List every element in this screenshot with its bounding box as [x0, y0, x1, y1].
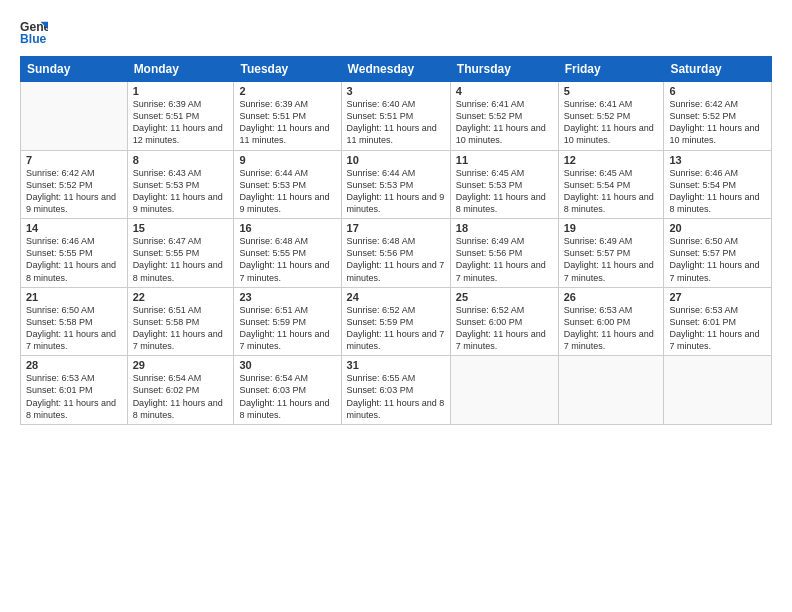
calendar-cell: 15Sunrise: 6:47 AMSunset: 5:55 PMDayligh…	[127, 219, 234, 288]
calendar-cell: 24Sunrise: 6:52 AMSunset: 5:59 PMDayligh…	[341, 287, 450, 356]
calendar-cell: 25Sunrise: 6:52 AMSunset: 6:00 PMDayligh…	[450, 287, 558, 356]
day-info: Sunrise: 6:47 AMSunset: 5:55 PMDaylight:…	[133, 235, 229, 284]
svg-text:Blue: Blue	[20, 32, 47, 46]
calendar-week-row: 7Sunrise: 6:42 AMSunset: 5:52 PMDaylight…	[21, 150, 772, 219]
day-info: Sunrise: 6:40 AMSunset: 5:51 PMDaylight:…	[347, 98, 445, 147]
calendar-cell: 6Sunrise: 6:42 AMSunset: 5:52 PMDaylight…	[664, 82, 772, 151]
day-info: Sunrise: 6:48 AMSunset: 5:56 PMDaylight:…	[347, 235, 445, 284]
calendar-cell: 18Sunrise: 6:49 AMSunset: 5:56 PMDayligh…	[450, 219, 558, 288]
day-number: 19	[564, 222, 659, 234]
calendar-cell: 13Sunrise: 6:46 AMSunset: 5:54 PMDayligh…	[664, 150, 772, 219]
calendar-cell: 29Sunrise: 6:54 AMSunset: 6:02 PMDayligh…	[127, 356, 234, 425]
day-number: 23	[239, 291, 335, 303]
day-info: Sunrise: 6:44 AMSunset: 5:53 PMDaylight:…	[347, 167, 445, 216]
day-info: Sunrise: 6:46 AMSunset: 5:55 PMDaylight:…	[26, 235, 122, 284]
day-number: 15	[133, 222, 229, 234]
calendar-cell	[664, 356, 772, 425]
day-info: Sunrise: 6:49 AMSunset: 5:56 PMDaylight:…	[456, 235, 553, 284]
calendar-cell: 27Sunrise: 6:53 AMSunset: 6:01 PMDayligh…	[664, 287, 772, 356]
day-number: 7	[26, 154, 122, 166]
day-info: Sunrise: 6:48 AMSunset: 5:55 PMDaylight:…	[239, 235, 335, 284]
calendar-cell: 28Sunrise: 6:53 AMSunset: 6:01 PMDayligh…	[21, 356, 128, 425]
day-number: 17	[347, 222, 445, 234]
day-info: Sunrise: 6:49 AMSunset: 5:57 PMDaylight:…	[564, 235, 659, 284]
day-info: Sunrise: 6:45 AMSunset: 5:53 PMDaylight:…	[456, 167, 553, 216]
day-number: 20	[669, 222, 766, 234]
day-number: 21	[26, 291, 122, 303]
day-number: 1	[133, 85, 229, 97]
calendar-cell	[21, 82, 128, 151]
day-info: Sunrise: 6:39 AMSunset: 5:51 PMDaylight:…	[133, 98, 229, 147]
day-number: 12	[564, 154, 659, 166]
calendar-cell: 3Sunrise: 6:40 AMSunset: 5:51 PMDaylight…	[341, 82, 450, 151]
calendar-cell: 20Sunrise: 6:50 AMSunset: 5:57 PMDayligh…	[664, 219, 772, 288]
calendar-cell: 10Sunrise: 6:44 AMSunset: 5:53 PMDayligh…	[341, 150, 450, 219]
calendar-cell: 23Sunrise: 6:51 AMSunset: 5:59 PMDayligh…	[234, 287, 341, 356]
calendar-cell: 11Sunrise: 6:45 AMSunset: 5:53 PMDayligh…	[450, 150, 558, 219]
day-info: Sunrise: 6:46 AMSunset: 5:54 PMDaylight:…	[669, 167, 766, 216]
day-info: Sunrise: 6:50 AMSunset: 5:57 PMDaylight:…	[669, 235, 766, 284]
day-number: 28	[26, 359, 122, 371]
day-number: 2	[239, 85, 335, 97]
page: General Blue SundayMondayTuesdayWednesda…	[0, 0, 792, 612]
day-info: Sunrise: 6:53 AMSunset: 6:01 PMDaylight:…	[669, 304, 766, 353]
header: General Blue	[20, 18, 772, 46]
day-info: Sunrise: 6:50 AMSunset: 5:58 PMDaylight:…	[26, 304, 122, 353]
day-number: 11	[456, 154, 553, 166]
day-info: Sunrise: 6:44 AMSunset: 5:53 PMDaylight:…	[239, 167, 335, 216]
day-number: 3	[347, 85, 445, 97]
day-number: 5	[564, 85, 659, 97]
weekday-header: Saturday	[664, 57, 772, 82]
weekday-header: Sunday	[21, 57, 128, 82]
day-number: 26	[564, 291, 659, 303]
day-number: 27	[669, 291, 766, 303]
day-info: Sunrise: 6:52 AMSunset: 5:59 PMDaylight:…	[347, 304, 445, 353]
day-number: 9	[239, 154, 335, 166]
day-info: Sunrise: 6:51 AMSunset: 5:59 PMDaylight:…	[239, 304, 335, 353]
calendar-cell: 22Sunrise: 6:51 AMSunset: 5:58 PMDayligh…	[127, 287, 234, 356]
day-info: Sunrise: 6:52 AMSunset: 6:00 PMDaylight:…	[456, 304, 553, 353]
day-number: 10	[347, 154, 445, 166]
calendar-week-row: 21Sunrise: 6:50 AMSunset: 5:58 PMDayligh…	[21, 287, 772, 356]
calendar-cell: 9Sunrise: 6:44 AMSunset: 5:53 PMDaylight…	[234, 150, 341, 219]
day-number: 6	[669, 85, 766, 97]
calendar-cell: 19Sunrise: 6:49 AMSunset: 5:57 PMDayligh…	[558, 219, 664, 288]
day-info: Sunrise: 6:42 AMSunset: 5:52 PMDaylight:…	[26, 167, 122, 216]
calendar-cell: 14Sunrise: 6:46 AMSunset: 5:55 PMDayligh…	[21, 219, 128, 288]
day-number: 22	[133, 291, 229, 303]
calendar-cell: 4Sunrise: 6:41 AMSunset: 5:52 PMDaylight…	[450, 82, 558, 151]
day-number: 14	[26, 222, 122, 234]
day-number: 25	[456, 291, 553, 303]
calendar-cell: 31Sunrise: 6:55 AMSunset: 6:03 PMDayligh…	[341, 356, 450, 425]
day-number: 4	[456, 85, 553, 97]
calendar-cell: 26Sunrise: 6:53 AMSunset: 6:00 PMDayligh…	[558, 287, 664, 356]
day-number: 29	[133, 359, 229, 371]
calendar: SundayMondayTuesdayWednesdayThursdayFrid…	[20, 56, 772, 425]
day-info: Sunrise: 6:53 AMSunset: 6:00 PMDaylight:…	[564, 304, 659, 353]
day-number: 24	[347, 291, 445, 303]
logo: General Blue	[20, 18, 48, 46]
day-info: Sunrise: 6:54 AMSunset: 6:03 PMDaylight:…	[239, 372, 335, 421]
day-number: 16	[239, 222, 335, 234]
calendar-cell: 1Sunrise: 6:39 AMSunset: 5:51 PMDaylight…	[127, 82, 234, 151]
calendar-cell: 2Sunrise: 6:39 AMSunset: 5:51 PMDaylight…	[234, 82, 341, 151]
calendar-cell: 12Sunrise: 6:45 AMSunset: 5:54 PMDayligh…	[558, 150, 664, 219]
day-info: Sunrise: 6:39 AMSunset: 5:51 PMDaylight:…	[239, 98, 335, 147]
day-info: Sunrise: 6:41 AMSunset: 5:52 PMDaylight:…	[456, 98, 553, 147]
day-number: 31	[347, 359, 445, 371]
calendar-week-row: 14Sunrise: 6:46 AMSunset: 5:55 PMDayligh…	[21, 219, 772, 288]
weekday-header: Monday	[127, 57, 234, 82]
day-info: Sunrise: 6:42 AMSunset: 5:52 PMDaylight:…	[669, 98, 766, 147]
calendar-cell: 7Sunrise: 6:42 AMSunset: 5:52 PMDaylight…	[21, 150, 128, 219]
day-number: 8	[133, 154, 229, 166]
calendar-week-row: 1Sunrise: 6:39 AMSunset: 5:51 PMDaylight…	[21, 82, 772, 151]
day-info: Sunrise: 6:43 AMSunset: 5:53 PMDaylight:…	[133, 167, 229, 216]
calendar-cell: 8Sunrise: 6:43 AMSunset: 5:53 PMDaylight…	[127, 150, 234, 219]
weekday-header: Tuesday	[234, 57, 341, 82]
calendar-cell: 21Sunrise: 6:50 AMSunset: 5:58 PMDayligh…	[21, 287, 128, 356]
day-number: 13	[669, 154, 766, 166]
calendar-cell: 5Sunrise: 6:41 AMSunset: 5:52 PMDaylight…	[558, 82, 664, 151]
day-number: 18	[456, 222, 553, 234]
day-info: Sunrise: 6:53 AMSunset: 6:01 PMDaylight:…	[26, 372, 122, 421]
day-info: Sunrise: 6:54 AMSunset: 6:02 PMDaylight:…	[133, 372, 229, 421]
